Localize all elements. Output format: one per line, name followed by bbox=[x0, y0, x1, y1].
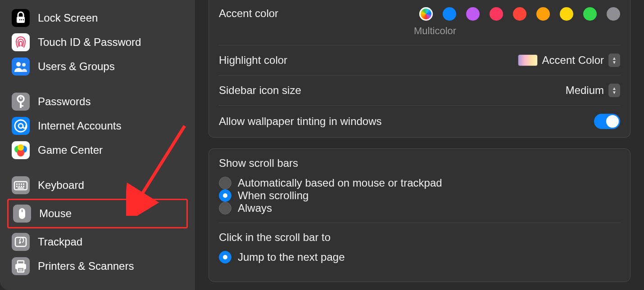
highlight-color-value: Accent Color bbox=[542, 54, 604, 67]
svg-rect-30 bbox=[21, 186, 22, 187]
trackpad-icon bbox=[12, 233, 30, 251]
keyboard-icon bbox=[12, 176, 30, 194]
sidebar-size-value: Medium bbox=[566, 84, 604, 97]
svg-rect-5 bbox=[12, 33, 30, 51]
sidebar-item-trackpad[interactable]: Trackpad bbox=[9, 231, 186, 253]
sidebar-size-select[interactable]: Medium ▲▼ bbox=[566, 84, 620, 97]
sidebar-item-label: Passwords bbox=[38, 95, 91, 108]
scroll-bars-option[interactable]: Always bbox=[219, 202, 620, 214]
svg-point-21 bbox=[18, 144, 24, 151]
accent-swatch-3[interactable] bbox=[490, 7, 503, 21]
svg-rect-6 bbox=[12, 58, 30, 76]
show-scroll-bars-title: Show scroll bars bbox=[219, 157, 620, 170]
svg-rect-28 bbox=[16, 186, 18, 187]
svg-rect-42 bbox=[18, 268, 24, 272]
gamecenter-icon bbox=[12, 141, 30, 159]
accent-selected-label: Multicolor bbox=[414, 25, 456, 37]
highlight-color-label: Highlight color bbox=[219, 54, 287, 67]
updown-icon: ▲▼ bbox=[608, 84, 620, 97]
sidebar-item-lock-screen[interactable]: Lock Screen bbox=[9, 7, 186, 29]
accent-swatch-1[interactable] bbox=[443, 7, 456, 21]
sidebar-size-row: Sidebar icon size Medium ▲▼ bbox=[219, 76, 620, 106]
sidebar-item-label: Game Center bbox=[38, 144, 103, 156]
svg-rect-24 bbox=[16, 183, 18, 185]
sidebar-item-keyboard[interactable]: Keyboard bbox=[9, 174, 186, 196]
svg-rect-26 bbox=[21, 183, 22, 185]
svg-rect-12 bbox=[20, 102, 22, 108]
users-icon bbox=[12, 58, 30, 76]
printer-icon bbox=[12, 257, 30, 275]
radio-icon bbox=[219, 189, 231, 202]
sidebar-item-label: Users & Groups bbox=[38, 60, 115, 73]
svg-rect-35 bbox=[22, 210, 23, 212]
scroll-bars-option[interactable]: When scrolling bbox=[219, 189, 620, 202]
svg-point-38 bbox=[19, 242, 21, 244]
click-scroll-bar-group: Click in the scroll bar to Jump to the n… bbox=[219, 223, 620, 281]
sidebar-item-label: Internet Accounts bbox=[38, 120, 121, 132]
radio-label: When scrolling bbox=[238, 189, 308, 202]
highlight-color-row: Highlight color Accent Color ▲▼ bbox=[219, 45, 620, 76]
radio-icon bbox=[219, 202, 231, 214]
scroll-bars-option[interactable]: Automatically based on mouse or trackpad bbox=[219, 177, 620, 189]
svg-rect-31 bbox=[23, 186, 24, 187]
sidebar: Lock ScreenTouch ID & PasswordUsers & Gr… bbox=[0, 0, 195, 290]
radio-icon bbox=[219, 251, 231, 263]
sidebar-item-label: Printers & Scanners bbox=[38, 260, 134, 272]
svg-point-7 bbox=[16, 62, 21, 67]
svg-point-4 bbox=[23, 19, 24, 20]
click-scroll-bar-title: Click in the scroll bar to bbox=[219, 231, 620, 244]
sidebar-item-users-groups[interactable]: Users & Groups bbox=[9, 56, 186, 77]
sidebar-item-label: Lock Screen bbox=[38, 12, 98, 24]
sidebar-size-label: Sidebar icon size bbox=[219, 84, 301, 97]
svg-rect-25 bbox=[18, 183, 20, 185]
radio-icon bbox=[219, 177, 231, 189]
accent-swatch-8[interactable] bbox=[607, 7, 620, 21]
mouse-icon bbox=[13, 205, 31, 223]
lock-icon bbox=[12, 9, 30, 27]
sidebar-item-mouse[interactable]: Mouse bbox=[10, 203, 185, 224]
svg-rect-27 bbox=[23, 183, 24, 185]
sidebar-item-label: Touch ID & Password bbox=[38, 36, 141, 49]
svg-point-11 bbox=[20, 97, 22, 99]
sidebar-item-game-center[interactable]: Game Center bbox=[9, 139, 186, 161]
accent-swatch-4[interactable] bbox=[513, 7, 526, 21]
accent-color-label: Accent color bbox=[219, 7, 278, 20]
accent-color-swatches bbox=[419, 7, 620, 21]
sidebar-item-label: Keyboard bbox=[38, 179, 84, 192]
wallpaper-tinting-toggle[interactable] bbox=[594, 114, 620, 129]
appearance-panel: Accent color Multicolor Highlight color … bbox=[209, 0, 630, 138]
radio-label: Automatically based on mouse or trackpad bbox=[238, 177, 442, 189]
sidebar-item-printers-scanners[interactable]: Printers & Scanners bbox=[9, 255, 186, 277]
at-icon bbox=[12, 117, 30, 135]
accent-swatch-7[interactable] bbox=[583, 7, 597, 21]
sidebar-item-label: Trackpad bbox=[38, 236, 82, 248]
accent-swatch-multicolor[interactable] bbox=[419, 7, 433, 21]
scroll-panel: Show scroll bars Automatically based on … bbox=[209, 148, 630, 282]
svg-rect-13 bbox=[20, 105, 23, 107]
svg-point-2 bbox=[19, 19, 20, 20]
key-icon bbox=[12, 93, 30, 111]
svg-rect-29 bbox=[18, 186, 20, 187]
wallpaper-tinting-row: Allow wallpaper tinting in windows bbox=[219, 106, 620, 137]
click-scrollbar-option[interactable]: Jump to the next page bbox=[219, 251, 620, 263]
radio-label: Jump to the next page bbox=[238, 251, 345, 263]
radio-label: Always bbox=[238, 202, 272, 214]
accent-swatch-2[interactable] bbox=[466, 7, 480, 21]
accent-swatch-6[interactable] bbox=[560, 7, 573, 21]
sidebar-item-passwords[interactable]: Passwords bbox=[9, 91, 186, 112]
sidebar-item-label: Mouse bbox=[39, 207, 72, 220]
show-scroll-bars-group: Show scroll bars Automatically based on … bbox=[219, 149, 620, 223]
annotation-highlight-box: Mouse bbox=[7, 199, 188, 228]
svg-point-8 bbox=[22, 63, 26, 67]
updown-icon: ▲▼ bbox=[608, 54, 620, 67]
highlight-color-select[interactable]: Accent Color ▲▼ bbox=[518, 54, 620, 67]
sidebar-item-touch-id-password[interactable]: Touch ID & Password bbox=[9, 31, 186, 53]
svg-point-3 bbox=[21, 19, 22, 20]
svg-rect-32 bbox=[18, 187, 24, 189]
highlight-swatch-icon bbox=[518, 54, 538, 66]
accent-swatch-5[interactable] bbox=[536, 7, 550, 21]
wallpaper-tinting-label: Allow wallpaper tinting in windows bbox=[219, 115, 382, 128]
sidebar-item-internet-accounts[interactable]: Internet Accounts bbox=[9, 115, 186, 137]
fingerprint-icon bbox=[12, 33, 30, 51]
accent-color-row: Accent color Multicolor bbox=[219, 0, 620, 45]
